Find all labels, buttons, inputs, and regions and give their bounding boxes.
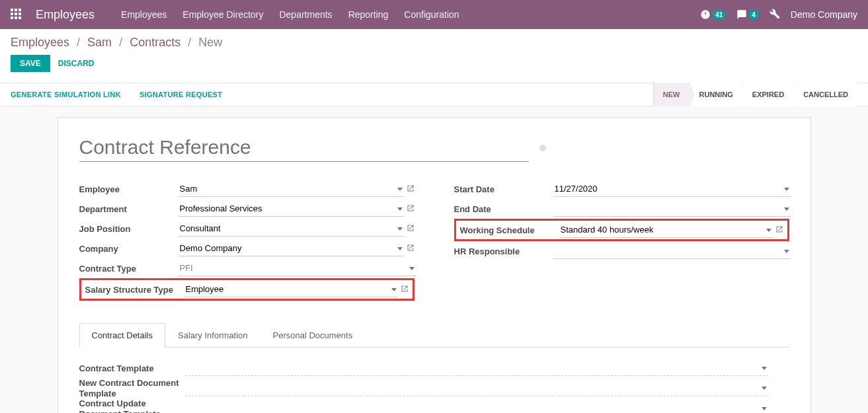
tabs: Contract Details Salary Information Pers… [79, 323, 789, 348]
external-link-icon[interactable] [407, 224, 414, 234]
label-salary-structure: Salary Structure Type [85, 285, 184, 295]
hr-responsible-field[interactable] [553, 243, 791, 259]
topbar: Employees Employees Employee Directory D… [0, 0, 868, 29]
job-position-field[interactable] [178, 221, 404, 237]
breadcrumb-bar: Employees / Sam / Contracts / New SAVE D… [0, 29, 868, 83]
end-date-field[interactable] [553, 201, 791, 217]
activity-count: 41 [712, 11, 726, 19]
start-date-field[interactable] [553, 181, 791, 197]
label-job-position: Job Position [79, 224, 178, 234]
tab-contract-details[interactable]: Contract Details [79, 323, 165, 348]
update-doc-template-field[interactable] [185, 401, 768, 413]
message-count: 4 [748, 11, 759, 19]
label-employee: Employee [79, 184, 178, 194]
label-company: Company [79, 244, 178, 254]
company-name[interactable]: Demo Company [791, 9, 857, 20]
form-sheet: Employee Department Job Position [58, 117, 811, 413]
menu-configuration[interactable]: Configuration [404, 9, 459, 20]
working-schedule-field[interactable] [559, 222, 773, 238]
signature-request[interactable]: SIGNATURE REQUEST [139, 91, 222, 98]
status-cancelled[interactable]: CANCELLED [793, 83, 857, 106]
save-button[interactable]: SAVE [11, 55, 50, 72]
generate-simulation-link[interactable]: GENERATE SIMULATION LINK [11, 91, 121, 98]
working-schedule-highlight: Working Schedule [454, 219, 789, 241]
external-link-icon[interactable] [407, 184, 414, 194]
contract-type-field[interactable] [178, 260, 416, 276]
apps-icon[interactable] [11, 9, 22, 20]
activity-icon[interactable]: 41 [700, 9, 726, 20]
new-doc-template-field[interactable] [185, 381, 768, 396]
external-link-icon[interactable] [401, 285, 409, 295]
label-new-doc-template: New Contract Document Template [79, 378, 185, 398]
tab-salary-information[interactable]: Salary Information [165, 323, 260, 347]
breadcrumb: Employees / Sam / Contracts / New [11, 36, 857, 50]
messages-icon[interactable]: 4 [736, 9, 759, 20]
tab-content: Contract Template New Contract Document … [79, 348, 789, 413]
breadcrumb-current: New [198, 36, 222, 49]
department-field[interactable] [178, 201, 404, 217]
tab-personal-documents[interactable]: Personal Documents [260, 323, 365, 347]
label-start-date: Start Date [454, 184, 553, 194]
app-brand: Employees [36, 8, 95, 22]
discard-button[interactable]: DISCARD [58, 59, 95, 68]
external-link-icon[interactable] [407, 204, 414, 214]
label-update-doc-template: Contract Update Document Template [79, 398, 185, 413]
label-hr-responsible: HR Responsible [454, 246, 553, 256]
salary-structure-highlight: Salary Structure Type [79, 278, 414, 301]
toolbar: GENERATE SIMULATION LINK SIGNATURE REQUE… [0, 83, 868, 106]
contract-template-field[interactable] [185, 360, 768, 376]
menu-reporting[interactable]: Reporting [348, 9, 389, 20]
salary-structure-field[interactable] [184, 282, 398, 297]
company-field[interactable] [178, 241, 404, 256]
external-link-icon[interactable] [775, 225, 783, 235]
employee-field[interactable] [178, 181, 404, 197]
left-column: Employee Department Job Position [79, 179, 414, 301]
status-running[interactable]: RUNNING [690, 83, 742, 106]
label-contract-template: Contract Template [79, 363, 185, 373]
settings-icon[interactable] [769, 9, 780, 21]
status-bar: NEW RUNNING EXPIRED CANCELLED [653, 83, 857, 106]
breadcrumb-sam[interactable]: Sam [87, 36, 112, 49]
top-menu: Employees Employee Directory Departments… [121, 9, 459, 20]
status-new[interactable]: NEW [653, 83, 690, 106]
status-expired[interactable]: EXPIRED [742, 83, 793, 106]
menu-employees[interactable]: Employees [121, 9, 167, 20]
contract-reference-input[interactable] [79, 133, 529, 162]
label-working-schedule: Working Schedule [460, 225, 559, 235]
external-link-icon[interactable] [407, 244, 414, 254]
breadcrumb-employees[interactable]: Employees [11, 36, 69, 49]
right-column: Start Date End Date Working Schedule [454, 179, 789, 301]
kanban-state-icon[interactable] [539, 145, 546, 151]
menu-employee-directory[interactable]: Employee Directory [182, 9, 263, 20]
breadcrumb-contracts[interactable]: Contracts [130, 36, 180, 49]
label-end-date: End Date [454, 204, 553, 214]
label-department: Department [79, 204, 178, 214]
menu-departments[interactable]: Departments [279, 9, 332, 20]
label-contract-type: Contract Type [79, 264, 178, 274]
